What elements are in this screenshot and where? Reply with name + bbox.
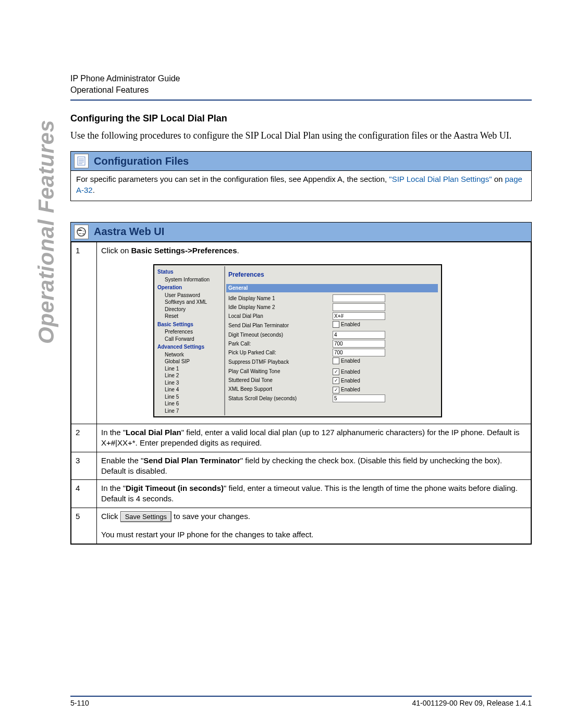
pref-row: Play Call Waiting Tone✓ Enabled — [226, 367, 438, 375]
footer-doc-id: 41-001129-00 Rev 09, Release 1.4.1 — [412, 699, 532, 707]
step-cell: In the "Local Dial Plan" field, enter a … — [97, 424, 531, 452]
nav-item[interactable]: Line 3 — [165, 379, 224, 387]
screenshot-main: Preferences General Idle Display Name 1I… — [226, 265, 441, 416]
pref-label: Send Dial Plan Terminator — [226, 322, 333, 329]
nav-group[interactable]: Status — [157, 268, 224, 276]
pref-label: Digit Timeout (seconds) — [226, 331, 333, 339]
nav-item[interactable]: System Information — [165, 276, 224, 283]
step-number: 4 — [71, 480, 97, 508]
pref-input[interactable] — [333, 303, 385, 311]
pref-checkbox[interactable]: Enabled — [333, 357, 360, 365]
pref-row: Digit Timeout (seconds) — [226, 331, 438, 339]
pref-input[interactable] — [333, 331, 385, 339]
pref-label: Stuttered Dial Tone — [226, 377, 333, 384]
document-icon — [74, 154, 89, 168]
step1-suffix: . — [237, 246, 239, 255]
pref-label: Idle Display Name 2 — [226, 304, 333, 311]
footer-page-number: 5-110 — [70, 699, 89, 707]
step-number: 2 — [71, 424, 97, 452]
page-footer: 5-110 41-001129-00 Rev 09, Release 1.4.1 — [70, 696, 532, 707]
table-row: 1 Click on Basic Settings->Preferences. … — [71, 242, 531, 424]
aastra-web-ui-panel: Aastra Web UI 1 Click on Basic Settings-… — [70, 222, 532, 545]
nav-item[interactable]: Line 7 — [165, 408, 224, 415]
pref-checkbox[interactable]: Enabled — [333, 321, 360, 328]
header-line-2: Operational Features — [70, 84, 532, 96]
panel-title: Aastra Web UI — [94, 226, 164, 238]
panel-header: Configuration Files — [71, 152, 531, 171]
pref-input[interactable] — [333, 294, 385, 302]
general-section-bar: General — [226, 284, 438, 292]
table-row: 2 In the "Local Dial Plan" field, enter … — [71, 424, 531, 452]
step-cell: Enable the "Send Dial Plan Terminator" f… — [97, 452, 531, 480]
pref-label: Suppress DTMF Playback — [226, 359, 333, 366]
pref-checkbox[interactable]: ✓ Enabled — [333, 368, 360, 376]
nav-item[interactable]: Directory — [165, 306, 224, 313]
svg-rect-0 — [78, 157, 85, 165]
pref-row: Idle Display Name 1 — [226, 294, 438, 302]
step1-bold: Basic Settings->Preferences — [131, 246, 237, 255]
step-number: 5 — [71, 508, 97, 544]
table-row: 4 In the "Digit Timeout (in seconds)" fi… — [71, 480, 531, 508]
pref-checkbox[interactable]: ✓ Enabled — [333, 386, 360, 393]
nav-item[interactable]: Line 2 — [165, 372, 224, 379]
preferences-title: Preferences — [228, 270, 438, 279]
cfg-text-suffix: . — [93, 186, 95, 194]
cfg-text-mid: on — [494, 175, 505, 183]
nav-item[interactable]: Call Forward — [165, 336, 224, 343]
footer-rule — [70, 696, 532, 697]
pref-input[interactable] — [333, 312, 385, 320]
pref-label: Status Scroll Delay (seconds) — [226, 395, 333, 402]
nav-item[interactable]: User Password — [165, 292, 224, 299]
nav-item[interactable]: Reset — [165, 313, 224, 320]
pref-row: Suppress DTMF Playback Enabled — [226, 357, 438, 366]
panel-header: Aastra Web UI — [71, 223, 531, 242]
pref-row: Park Call: — [226, 340, 438, 348]
save-settings-button[interactable]: Save Settings — [120, 511, 172, 523]
table-row: 5 Click Save Settings to save your chang… — [71, 508, 531, 544]
nav-group[interactable]: Basic Settings — [157, 321, 224, 328]
cfg-text-prefix: For specific parameters you can set in t… — [76, 175, 389, 183]
nav-item[interactable]: Line 5 — [165, 393, 224, 401]
cfg-link-1[interactable]: "SIP Local Dial Plan Settings" — [389, 175, 492, 183]
page-header: IP Phone Administrator Guide Operational… — [70, 73, 532, 101]
nav-item[interactable]: Global SIP — [165, 358, 224, 365]
pref-label: XML Beep Support — [226, 386, 333, 393]
panel-body: For specific parameters you can set in t… — [71, 171, 531, 201]
nav-item[interactable]: Line 6 — [165, 400, 224, 408]
embedded-screenshot: Status System Information Operation User… — [153, 264, 442, 417]
nav-item[interactable]: Line 4 — [165, 386, 224, 393]
pref-label: Idle Display Name 1 — [226, 295, 333, 302]
pref-row: Local Dial Plan — [226, 312, 438, 320]
table-row: 3 Enable the "Send Dial Plan Terminator"… — [71, 452, 531, 480]
header-rule — [70, 100, 532, 101]
globe-icon — [74, 225, 89, 239]
pref-row: XML Beep Support✓ Enabled — [226, 386, 438, 393]
panel-title: Configuration Files — [94, 155, 189, 167]
side-tab-text: Operational Features — [34, 120, 59, 344]
section-body: Use the following procedures to configur… — [70, 129, 532, 142]
pref-input[interactable] — [333, 394, 385, 402]
screenshot-nav: Status System Information Operation User… — [154, 265, 226, 416]
section-heading: Configuring the SIP Local Dial Plan — [70, 113, 532, 124]
nav-item[interactable]: Softkeys and XML — [165, 299, 224, 306]
step-number: 1 — [71, 242, 97, 424]
nav-item[interactable]: Line 1 — [165, 365, 224, 373]
header-line-1: IP Phone Administrator Guide — [70, 73, 532, 84]
nav-group[interactable]: Advanced Settings — [157, 343, 224, 351]
step-cell: Click on Basic Settings->Preferences. St… — [97, 242, 531, 424]
configuration-files-panel: Configuration Files For specific paramet… — [70, 151, 532, 201]
nav-group[interactable]: Operation — [157, 284, 224, 291]
nav-item[interactable]: Preferences — [165, 328, 224, 336]
pref-input[interactable] — [333, 340, 385, 348]
svg-point-5 — [77, 228, 85, 236]
pref-row: Send Dial Plan Terminator Enabled — [226, 321, 438, 330]
pref-row: Idle Display Name 2 — [226, 303, 438, 311]
pref-checkbox[interactable]: ✓ Enabled — [333, 377, 360, 385]
step-cell: In the "Digit Timeout (in seconds)" fiel… — [97, 480, 531, 508]
pref-row: Pick Up Parked Call: — [226, 349, 438, 356]
pref-label: Local Dial Plan — [226, 313, 333, 320]
pref-row: Stuttered Dial Tone✓ Enabled — [226, 376, 438, 384]
pref-label: Play Call Waiting Tone — [226, 368, 333, 375]
nav-item[interactable]: Network — [165, 351, 224, 359]
pref-input[interactable] — [333, 349, 385, 356]
